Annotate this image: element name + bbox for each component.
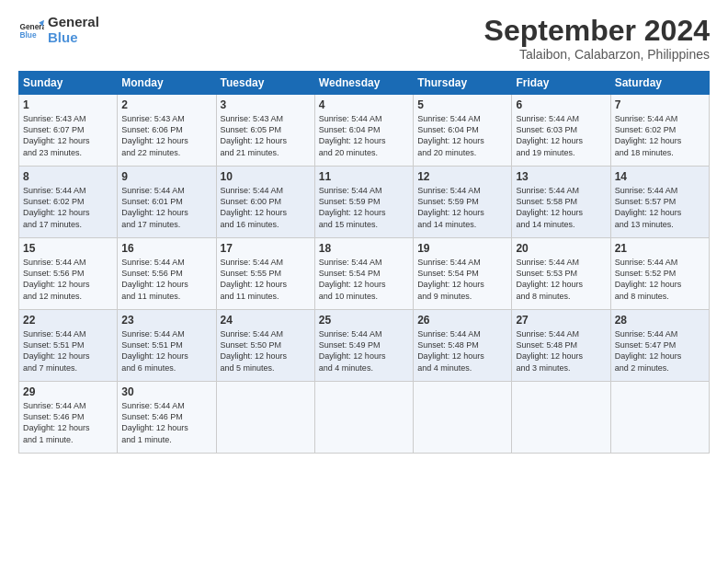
cell-text: Sunrise: 5:44 AM	[516, 185, 606, 196]
day-number: 18	[319, 242, 409, 255]
cell-text: Sunrise: 5:44 AM	[221, 257, 311, 268]
cell-text: and 1 minute.	[23, 434, 113, 445]
table-row: 28Sunrise: 5:44 AMSunset: 5:47 PMDayligh…	[610, 310, 709, 382]
cell-text: Sunrise: 5:44 AM	[516, 328, 606, 339]
day-number: 6	[516, 98, 606, 111]
day-number: 14	[615, 170, 705, 183]
cell-text: Sunset: 5:53 PM	[516, 268, 606, 279]
cell-text: Daylight: 12 hours	[516, 279, 606, 290]
cell-text: and 12 minutes.	[23, 291, 113, 302]
col-friday: Friday	[512, 72, 610, 95]
cell-text: Sunrise: 5:44 AM	[23, 328, 113, 339]
cell-text: Sunset: 5:51 PM	[23, 339, 113, 350]
cell-text: Sunset: 6:04 PM	[319, 124, 409, 135]
cell-text: Sunrise: 5:44 AM	[221, 185, 311, 196]
cell-text: Daylight: 12 hours	[121, 350, 211, 362]
cell-text: Daylight: 12 hours	[221, 350, 311, 362]
table-row: 16Sunrise: 5:44 AMSunset: 5:56 PMDayligh…	[118, 238, 216, 310]
cell-text: Sunset: 5:48 PM	[516, 339, 606, 350]
cell-text: and 8 minutes.	[516, 291, 606, 302]
cell-text: and 15 minutes.	[319, 219, 409, 230]
day-number: 2	[121, 98, 211, 111]
cell-text: Sunset: 5:49 PM	[319, 339, 409, 350]
day-number: 22	[23, 314, 113, 327]
day-number: 12	[417, 170, 507, 183]
table-row: 29Sunrise: 5:44 AMSunset: 5:46 PMDayligh…	[19, 382, 118, 454]
cell-text: Sunrise: 5:44 AM	[417, 113, 507, 124]
cell-text: Sunset: 6:02 PM	[23, 196, 113, 207]
table-row	[414, 382, 512, 454]
table-row: 19Sunrise: 5:44 AMSunset: 5:54 PMDayligh…	[414, 238, 512, 310]
cell-text: Sunset: 5:54 PM	[417, 268, 507, 279]
cell-text: Sunset: 6:04 PM	[417, 124, 507, 135]
day-number: 9	[121, 170, 211, 183]
day-number: 7	[615, 98, 705, 111]
cell-text: Daylight: 12 hours	[516, 207, 606, 218]
cell-text: Sunrise: 5:44 AM	[417, 257, 507, 268]
table-row: 26Sunrise: 5:44 AMSunset: 5:48 PMDayligh…	[414, 310, 512, 382]
day-number: 28	[615, 314, 705, 327]
cell-text: Sunrise: 5:44 AM	[319, 328, 409, 339]
cell-text: Sunrise: 5:44 AM	[23, 185, 113, 196]
cell-text: Sunset: 5:58 PM	[516, 196, 606, 207]
cell-text: Daylight: 12 hours	[615, 279, 705, 290]
cell-text: Sunrise: 5:44 AM	[615, 185, 705, 196]
month-title: September 2024	[484, 15, 710, 47]
table-row: 3Sunrise: 5:43 AMSunset: 6:05 PMDaylight…	[216, 95, 314, 167]
cell-text: and 20 minutes.	[319, 147, 409, 158]
cell-text: Sunset: 5:51 PM	[121, 339, 211, 350]
cell-text: Sunset: 6:02 PM	[615, 124, 705, 135]
cell-text: Sunset: 6:07 PM	[23, 124, 113, 135]
cell-text: Daylight: 12 hours	[417, 350, 507, 362]
cell-text: Sunrise: 5:44 AM	[23, 257, 113, 268]
col-saturday: Saturday	[610, 72, 709, 95]
logo-line1: General	[48, 15, 99, 30]
cell-text: and 6 minutes.	[121, 362, 211, 373]
cell-text: Daylight: 12 hours	[23, 135, 113, 146]
cell-text: Sunrise: 5:44 AM	[615, 113, 705, 124]
day-number: 8	[23, 170, 113, 183]
cell-text: Sunset: 5:46 PM	[121, 411, 211, 422]
calendar-week: 29Sunrise: 5:44 AMSunset: 5:46 PMDayligh…	[19, 382, 710, 454]
calendar-page: General Blue General Blue September 2024…	[0, 0, 728, 563]
cell-text: and 4 minutes.	[319, 362, 409, 373]
cell-text: Daylight: 12 hours	[221, 135, 311, 146]
header: General Blue General Blue September 2024…	[18, 15, 710, 62]
calendar-week: 8Sunrise: 5:44 AMSunset: 6:02 PMDaylight…	[19, 167, 710, 238]
cell-text: and 3 minutes.	[516, 362, 606, 373]
cell-text: Sunset: 5:46 PM	[23, 411, 113, 422]
table-row: 22Sunrise: 5:44 AMSunset: 5:51 PMDayligh…	[19, 310, 118, 382]
day-number: 25	[319, 314, 409, 327]
cell-text: Sunrise: 5:44 AM	[121, 257, 211, 268]
logo-icon: General Blue	[18, 17, 44, 43]
table-row: 11Sunrise: 5:44 AMSunset: 5:59 PMDayligh…	[314, 167, 413, 238]
day-number: 11	[319, 170, 409, 183]
day-number: 16	[121, 242, 211, 255]
table-row: 14Sunrise: 5:44 AMSunset: 5:57 PMDayligh…	[610, 167, 709, 238]
calendar-table: Sunday Monday Tuesday Wednesday Thursday…	[18, 71, 710, 454]
cell-text: Sunrise: 5:43 AM	[23, 113, 113, 124]
table-row: 10Sunrise: 5:44 AMSunset: 6:00 PMDayligh…	[216, 167, 314, 238]
cell-text: Sunrise: 5:44 AM	[319, 257, 409, 268]
table-row: 6Sunrise: 5:44 AMSunset: 6:03 PMDaylight…	[512, 95, 610, 167]
cell-text: Sunset: 5:50 PM	[221, 339, 311, 350]
cell-text: Sunset: 5:48 PM	[417, 339, 507, 350]
cell-text: Daylight: 12 hours	[121, 279, 211, 290]
day-number: 4	[319, 98, 409, 111]
cell-text: Sunset: 5:47 PM	[615, 339, 705, 350]
cell-text: and 21 minutes.	[221, 147, 311, 158]
cell-text: and 17 minutes.	[23, 219, 113, 230]
cell-text: Daylight: 12 hours	[23, 279, 113, 290]
day-number: 23	[121, 314, 211, 327]
day-number: 27	[516, 314, 606, 327]
calendar-body: 1Sunrise: 5:43 AMSunset: 6:07 PMDaylight…	[19, 95, 710, 454]
cell-text: Sunset: 5:56 PM	[23, 268, 113, 279]
table-row: 25Sunrise: 5:44 AMSunset: 5:49 PMDayligh…	[314, 310, 413, 382]
cell-text: Daylight: 12 hours	[319, 279, 409, 290]
cell-text: and 11 minutes.	[121, 291, 211, 302]
day-number: 15	[23, 242, 113, 255]
cell-text: and 11 minutes.	[221, 291, 311, 302]
day-number: 21	[615, 242, 705, 255]
cell-text: and 18 minutes.	[615, 147, 705, 158]
day-number: 30	[121, 385, 211, 398]
